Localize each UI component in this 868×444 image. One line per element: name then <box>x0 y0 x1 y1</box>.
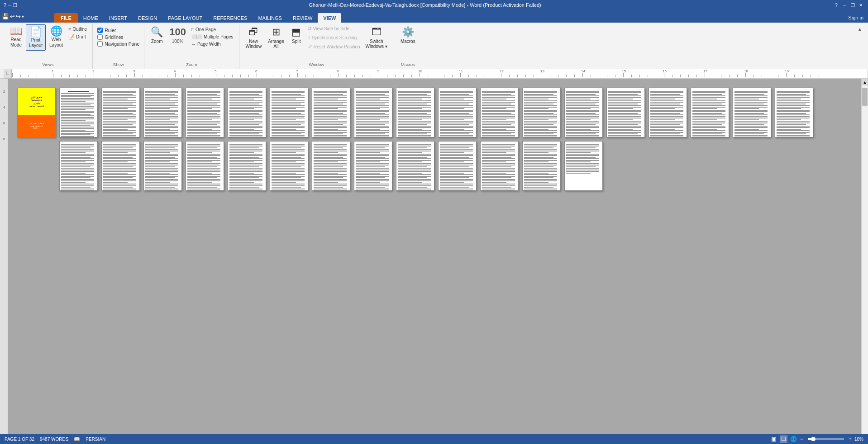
pages-row-1: تحقیق آنلاین Talghonline.ir جامع‌ترین ار… <box>17 88 852 137</box>
new-window-icon: 🗗 <box>248 26 258 38</box>
navigation-pane-checkbox[interactable]: Navigation Pane <box>96 41 140 47</box>
read-mode-btn[interactable]: 📖 ReadMode <box>7 24 25 50</box>
title-bar: ? ─ ❐ Ghanun-Melli-Dar-Mored-Ezdevaj-Va-… <box>0 0 868 10</box>
zoom-minus-btn[interactable]: − <box>800 436 803 442</box>
print-view-btn[interactable]: ☐ <box>780 435 787 443</box>
qa-customize-btn[interactable]: ▾ <box>22 14 24 19</box>
page-width-btn[interactable]: ↔ Page Width <box>190 41 235 47</box>
page-thumb-30[interactable] <box>480 141 519 191</box>
title-close-btn[interactable]: ✕ <box>857 1 864 9</box>
zoom-100-btn[interactable]: 100 100% <box>167 24 189 46</box>
page-thumb-25[interactable] <box>270 141 308 191</box>
page-thumb-18[interactable] <box>733 88 771 137</box>
ribbon-collapse-btn[interactable]: ▲ <box>857 26 863 33</box>
minimize-icon[interactable]: ─ <box>8 3 11 8</box>
document-canvas[interactable]: تحقیق آنلاین Talghonline.ir جامع‌ترین ار… <box>8 79 861 441</box>
sign-in-link[interactable]: Sign in <box>844 13 868 23</box>
page-thumb-27[interactable] <box>354 141 392 191</box>
zoom-plus-btn[interactable]: + <box>849 436 852 442</box>
page-thumb-10[interactable] <box>396 88 434 137</box>
scroll-thumb[interactable] <box>862 88 868 106</box>
qa-undo-btn[interactable]: ↩ <box>10 13 15 20</box>
gridlines-checkbox[interactable]: Gridlines <box>96 34 140 40</box>
reset-window-btn[interactable]: ⤢ Reset Window Position <box>306 43 362 51</box>
web-view-btn[interactable]: 🌐 <box>790 435 797 443</box>
tab-page-layout[interactable]: PAGE LAYOUT <box>162 13 208 23</box>
page-thumb-22[interactable] <box>143 141 182 191</box>
zoom-slider-thumb[interactable] <box>811 437 816 441</box>
view-side-by-side-btn[interactable]: ⧉ View Side by Side <box>306 24 362 33</box>
restore-icon[interactable]: ❐ <box>13 3 17 8</box>
language-info[interactable]: PERSIAN <box>86 437 105 442</box>
page-thumb-3[interactable] <box>101 88 140 137</box>
switch-windows-btn[interactable]: 🗔 SwitchWindows ▾ <box>363 24 390 51</box>
page-thumb-31[interactable] <box>522 141 561 191</box>
draft-btn[interactable]: 📝 Draft <box>67 33 89 41</box>
read-view-btn[interactable]: ▣ <box>770 435 777 443</box>
qa-redo-btn[interactable]: ↪ <box>16 13 21 20</box>
sync-scrolling-btn[interactable]: ↕ Synchronous Scrolling <box>306 33 362 42</box>
tab-design[interactable]: DESIGN <box>133 13 162 23</box>
multiple-pages-btn[interactable]: ⬜⬜ Multiple Pages <box>190 33 235 40</box>
page-thumb-13[interactable] <box>522 88 561 137</box>
zoom-slider[interactable] <box>808 438 844 440</box>
gridlines-label: Gridlines <box>105 34 123 40</box>
help-icon[interactable]: ? <box>4 2 6 8</box>
page-thumb-26[interactable] <box>312 141 350 191</box>
page-thumb-23[interactable] <box>186 141 224 191</box>
page-thumb-14[interactable] <box>564 88 603 137</box>
page-thumb-32[interactable] <box>564 141 603 191</box>
ruler-corner[interactable]: L <box>4 69 12 79</box>
ruler-checkbox[interactable]: Ruler <box>96 27 140 33</box>
qa-save-btn[interactable]: 💾 <box>2 13 9 20</box>
page-thumb-8[interactable] <box>312 88 350 137</box>
page-thumb-28[interactable] <box>396 141 434 191</box>
macros-btn[interactable]: ⚙️ Macros <box>398 24 418 46</box>
page-thumb-16[interactable] <box>649 88 687 137</box>
page-thumb-5[interactable] <box>186 88 224 137</box>
arrange-all-btn[interactable]: ⊞ ArrangeAll <box>265 24 287 51</box>
print-layout-btn[interactable]: 📄 PrintLayout <box>26 24 46 51</box>
outline-btn[interactable]: ≡ Outline <box>67 25 89 33</box>
new-window-btn[interactable]: 🗗 NewWindow <box>243 24 265 51</box>
vertical-scrollbar[interactable]: ▲ ▼ <box>861 79 868 441</box>
page-thumb-17[interactable] <box>691 88 729 137</box>
one-page-btn[interactable]: □ One Page <box>190 26 235 33</box>
page-thumb-9[interactable] <box>354 88 392 137</box>
page-thumb-12[interactable] <box>480 88 519 137</box>
page-thumb-24[interactable] <box>228 141 266 191</box>
title-help-btn[interactable]: ? <box>833 1 840 9</box>
page-thumb-2[interactable] <box>59 88 98 137</box>
tab-insert[interactable]: INSERT <box>104 13 133 23</box>
page-thumb-19[interactable] <box>775 88 813 137</box>
page-info[interactable]: PAGE 1 OF 32 <box>5 437 34 442</box>
title-minimize-btn[interactable]: ─ <box>841 1 848 9</box>
page-thumb-11[interactable] <box>438 88 477 137</box>
page-thumb-4[interactable] <box>143 88 182 137</box>
proofing-icon[interactable]: 📖 <box>74 436 80 442</box>
tab-references[interactable]: REFERENCES <box>208 13 253 23</box>
navigation-pane-check-input[interactable] <box>97 41 103 47</box>
scroll-up-btn[interactable]: ▲ <box>862 79 868 85</box>
gridlines-check-input[interactable] <box>97 34 103 40</box>
zoom-btn[interactable]: 🔍 Zoom <box>148 24 166 46</box>
tab-mailings[interactable]: MAILINGS <box>253 13 287 23</box>
page-thumb-21[interactable] <box>101 141 140 191</box>
page-thumb-20[interactable] <box>59 141 98 191</box>
tab-file[interactable]: FILE <box>54 13 78 23</box>
page-thumb-15[interactable] <box>606 88 645 137</box>
tab-view[interactable]: VIEW <box>318 13 341 23</box>
tab-review[interactable]: REVIEW <box>287 13 318 23</box>
web-layout-btn[interactable]: 🌐 WebLayout <box>47 24 66 50</box>
split-btn[interactable]: ⬒ Split <box>288 24 305 46</box>
page-text-23 <box>186 142 224 190</box>
word-count[interactable]: 9487 WORDS <box>40 437 68 442</box>
page-thumb-6[interactable] <box>228 88 266 137</box>
page-thumb-7[interactable] <box>270 88 308 137</box>
zoom-percent[interactable]: 10% <box>854 437 863 442</box>
tab-home[interactable]: HOME <box>78 13 104 23</box>
page-thumb-1[interactable]: تحقیق آنلاین Talghonline.ir جامع‌ترین ار… <box>17 88 56 137</box>
ruler-check-input[interactable] <box>97 28 103 33</box>
title-restore-btn[interactable]: ❐ <box>849 1 856 9</box>
page-thumb-29[interactable] <box>438 141 477 191</box>
